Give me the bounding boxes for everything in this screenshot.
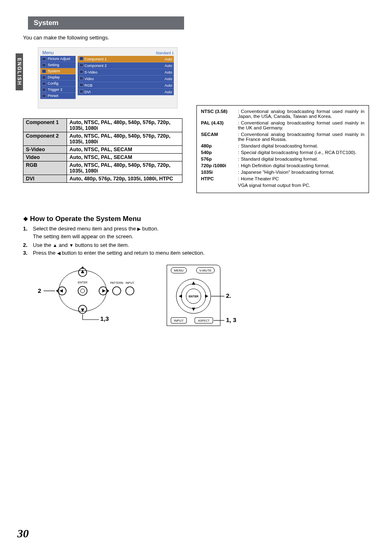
menu-icon — [42, 76, 46, 79]
format-options: Auto, NTSC, PAL, 480p, 540p, 576p, 720p,… — [67, 132, 182, 146]
menu-item: Config — [40, 81, 76, 87]
step-item: 1.Select the desired menu item and press… — [23, 226, 369, 232]
svg-text:ASPECT: ASPECT — [198, 319, 210, 322]
menu-left-column: Picture Adjust Setting System Display Co… — [38, 56, 77, 99]
def-row: 1035i:Japanese "High-Vision" broadcastin… — [201, 170, 364, 175]
diamond-icon: ❖ — [23, 216, 28, 222]
table-row: Component 2Auto, NTSC, PAL, 480p, 540p, … — [23, 132, 182, 146]
def-row: SECAM:Conventional analog broadcasting f… — [201, 132, 364, 142]
def-row: HTPC:Home Theater PC — [201, 176, 364, 181]
annotation-1-3: 1,3 — [100, 315, 109, 322]
format-options: Auto, NTSC, PAL, SECAM — [67, 154, 182, 161]
step-item: 2.Use the ▲ and ▼ buttons to set the ite… — [23, 242, 369, 248]
page-number: 30 — [17, 527, 29, 540]
svg-text:MENU: MENU — [174, 269, 184, 272]
format-name: Video — [23, 154, 67, 161]
annotation-2: 2 — [38, 287, 41, 294]
menu-icon — [42, 69, 46, 73]
svg-text:INPUT: INPUT — [126, 281, 135, 284]
format-name: DVI — [23, 175, 67, 183]
svg-marker-8 — [102, 289, 106, 292]
input-icon — [79, 90, 83, 93]
menu-row: DVIAuto — [78, 89, 174, 95]
def-row: 720p /1080i:High Definition digital broa… — [201, 163, 364, 168]
table-row: Component 1Auto, NTSC, PAL, 480p, 540p, … — [23, 119, 182, 132]
language-tab: ENGLISH — [16, 53, 23, 90]
def-row: VGA signal format output from PC. — [201, 183, 364, 188]
format-name: Component 2 — [23, 132, 67, 146]
svg-marker-33 — [205, 295, 208, 298]
annotation-1-3: 1, 3 — [226, 316, 236, 323]
menu-item: Preset — [40, 93, 76, 99]
def-row: 480p:Standard digital broadcasting forma… — [201, 143, 364, 148]
table-row: S-VideoAuto, NTSC, PAL, SECAM — [23, 146, 182, 154]
menu-right-column: Component 1Auto Component 2Auto S-VideoA… — [78, 56, 177, 99]
format-options: Auto, NTSC, PAL, 480p, 540p, 576p, 720p,… — [67, 119, 182, 132]
menu-row: VideoAuto — [78, 76, 174, 82]
menu-row: Component 2Auto — [78, 62, 174, 69]
menu-icon — [42, 63, 46, 67]
def-row: 540p:Special digital broadcasting format… — [201, 150, 364, 155]
menu-icon — [42, 88, 46, 92]
remote-diagram: MENU V-MUTE ENTER INPUT ASPECT — [163, 264, 245, 330]
menu-row: RGBAuto — [78, 82, 174, 89]
steps-list: 1.Select the desired menu item and press… — [23, 226, 369, 232]
svg-marker-14 — [81, 266, 84, 269]
menu-item: Picture Adjust — [40, 56, 76, 62]
def-row: NTSC (3.58):Conventional analog broadcas… — [201, 109, 364, 119]
svg-point-9 — [78, 286, 87, 295]
down-triangle-icon: ▼ — [69, 243, 74, 248]
menu-item: Setting — [40, 62, 76, 68]
input-icon — [79, 70, 83, 74]
svg-text:V-MUTE: V-MUTE — [199, 269, 212, 272]
menu-item: Trigger 2 — [40, 87, 76, 93]
svg-marker-6 — [60, 289, 63, 292]
input-icon — [79, 57, 83, 60]
format-definitions: NTSC (3.58):Conventional analog broadcas… — [196, 105, 369, 193]
table-row: RGBAuto, NTSC, PAL, 480p, 540p, 576p, 72… — [23, 161, 182, 175]
svg-marker-13 — [107, 289, 109, 292]
table-row: VideoAuto, NTSC, PAL, SECAM — [23, 154, 182, 161]
menu-item: Display — [40, 74, 76, 81]
svg-point-10 — [81, 289, 85, 293]
howto-heading: ❖How to Operate the System Menu — [23, 215, 369, 223]
input-icon — [79, 83, 83, 87]
svg-marker-31 — [192, 308, 195, 311]
format-options: Auto, NTSC, PAL, 480p, 540p, 576p, 720p,… — [67, 161, 182, 175]
annotation-2: 2. — [226, 292, 231, 299]
format-options: Auto, NTSC, PAL, SECAM — [67, 146, 182, 154]
menu-item-selected: System — [40, 68, 76, 74]
svg-marker-12 — [56, 289, 58, 292]
menu-icon — [42, 82, 46, 85]
up-triangle-icon: ▲ — [53, 243, 57, 248]
table-row: DVIAuto, 480p, 576p, 720p, 1035i, 1080i,… — [23, 175, 182, 183]
menu-row-selected: Component 1Auto — [78, 56, 174, 62]
step-item: 3.Press the ◀ button to enter the settin… — [23, 250, 369, 256]
def-row: 576p:Standard digital broadcasting forma… — [201, 157, 364, 161]
menu-preview: Standard 1 Menu Picture Adjust Setting S… — [38, 47, 178, 108]
format-name: S-Video — [23, 146, 67, 154]
menu-icon — [42, 57, 46, 61]
menu-icon — [42, 94, 46, 98]
svg-text:PATTERN: PATTERN — [110, 281, 123, 284]
format-options: Auto, 480p, 576p, 720p, 1035i, 1080i, HT… — [67, 175, 182, 183]
def-row: PAL (4.43):Conventional analog broadcast… — [201, 120, 364, 130]
step-subtext: The setting item will appear on the scre… — [33, 233, 369, 240]
left-triangle-icon: ◀ — [57, 251, 60, 256]
control-panel-diagram: ENTER PATTERN INPUT 2 1,3 — [44, 264, 138, 322]
svg-marker-30 — [192, 281, 195, 285]
svg-text:INPUT: INPUT — [174, 319, 184, 322]
svg-text:ENTER: ENTER — [78, 281, 88, 284]
preset-label: Standard 1 — [156, 51, 174, 55]
svg-marker-32 — [179, 295, 182, 298]
input-icon — [79, 76, 83, 80]
format-name: Component 1 — [23, 119, 67, 132]
section-header: System — [28, 16, 184, 30]
svg-point-17 — [126, 287, 134, 295]
input-icon — [79, 63, 83, 67]
steps-list: 2.Use the ▲ and ▼ buttons to set the ite… — [23, 242, 369, 256]
svg-text:ENTER: ENTER — [189, 295, 198, 298]
format-name: RGB — [23, 161, 67, 175]
intro-text: You can make the following settings. — [23, 35, 369, 41]
menu-row: S-VideoAuto — [78, 69, 174, 76]
